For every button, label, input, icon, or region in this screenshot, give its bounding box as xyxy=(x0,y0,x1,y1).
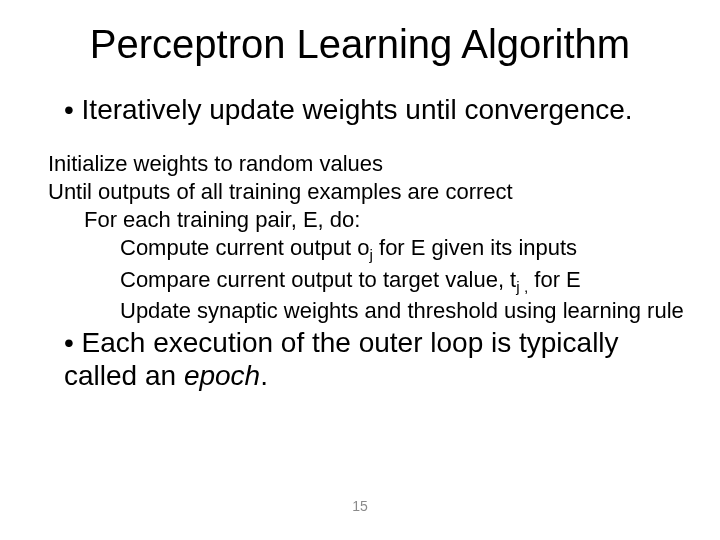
algo-line-for: For each training pair, E, do: xyxy=(84,206,688,234)
bullet-epoch-post: . xyxy=(260,360,268,391)
algo-compare-pre: Compare current output to target value, … xyxy=(120,267,516,292)
algo-line-compute: Compute current output oj for E given it… xyxy=(120,234,688,265)
bullet-intro: Iteratively update weights until converg… xyxy=(64,94,684,126)
slide: Perceptron Learning Algorithm Iterativel… xyxy=(0,0,720,540)
bullet-intro-text: Iteratively update weights until converg… xyxy=(64,94,633,125)
bullet-epoch-em: epoch xyxy=(184,360,260,391)
algo-compute-pre: Compute current output o xyxy=(120,235,369,260)
algorithm-block: Initialize weights to random values Unti… xyxy=(48,150,688,325)
algo-line-update: Update synaptic weights and threshold us… xyxy=(120,297,688,325)
algo-compute-post: for E given its inputs xyxy=(373,235,577,260)
bullet-epoch-pre: Each execution of the outer loop is typi… xyxy=(64,327,619,391)
algo-line-compare: Compare current output to target value, … xyxy=(120,266,688,297)
algo-compare-post: for E xyxy=(528,267,581,292)
algo-line-init: Initialize weights to random values xyxy=(48,150,688,178)
algo-line-until: Until outputs of all training examples a… xyxy=(48,178,688,206)
slide-title: Perceptron Learning Algorithm xyxy=(0,22,720,67)
page-number: 15 xyxy=(0,498,720,514)
algo-compare-sub: j , xyxy=(516,278,528,295)
bullet-epoch: Each execution of the outer loop is typi… xyxy=(64,326,684,392)
